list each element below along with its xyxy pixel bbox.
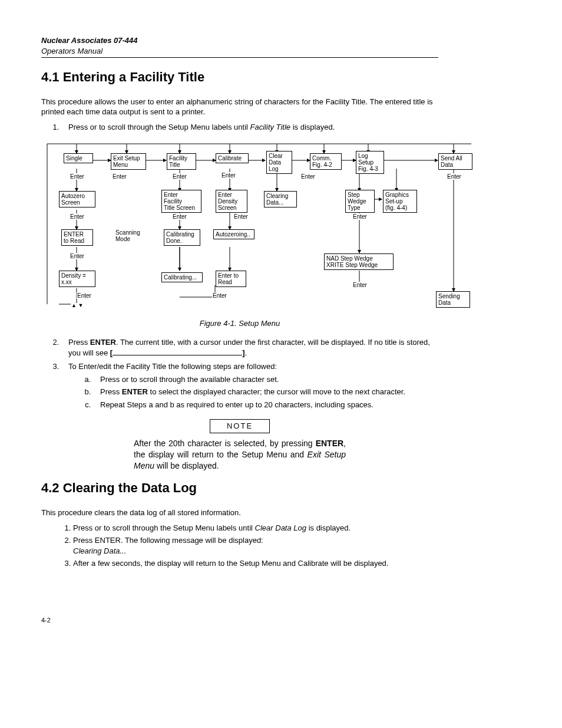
lbl-enter: Enter [300,173,316,180]
s41-step3: To Enter/edit the Facility Title the fol… [61,361,438,410]
box-calibrating-done: Calibrating Done. [164,229,200,246]
lbl-enter: Enter [212,292,227,299]
blank-field [113,349,242,355]
box-enter-to-read-2: Enter to Read [216,271,246,287]
note-text: After the 20th character is selected, by… [134,438,346,472]
section-4-1-heading: 4.1 Entering a Facility Title [41,68,438,86]
lbl-enter: Enter [172,173,187,180]
lbl-enter: Enter [77,292,92,299]
note-label: NOTE [210,419,270,433]
box-clearing-data: Clearing Data... [264,191,297,207]
s41-step3c: Repeat Steps a and b as required to ente… [93,400,438,410]
lbl-enter: Enter [112,173,127,180]
box-step-wedge-type: Step Wedge Type [345,190,375,213]
box-single: Single [64,153,93,163]
box-enter-facility-title-screen: Enter Facility Title Screen [161,190,201,213]
box-enter-to-read: ENTER to Read [61,229,93,246]
s41-step3a: Press or to scroll through the available… [93,374,438,385]
lbl-enter: Enter [221,172,236,179]
box-density-xx: Density = x.xx [59,271,95,287]
lbl-enter: Enter [447,173,462,180]
box-enter-density-screen: Enter Density Screen [216,190,247,213]
lbl-enter: Enter [70,173,85,180]
figure-4-1-setup-menu: Single Exit Setup Menu Facility Title Ca… [41,138,477,315]
box-autozero: Autozero Screen [59,191,95,207]
box-log-setup: Log Setup Fig. 4-3 [356,151,384,174]
lbl-enter: Enter [70,253,85,259]
figure-caption: Figure 4-1. Setup Menu [41,318,438,329]
box-calibrate: Calibrate [216,153,249,163]
box-nad-xrite: NAD Step Wedge XRITE Step Wedge [324,253,394,270]
s41-step2: Press ENTER. The current title, with a c… [61,337,438,358]
section-4-1-intro: This procedure allows the user to enter … [41,97,438,117]
flowchart-lines [41,138,477,315]
updown-icon: ▲ ▼ [71,303,84,309]
header-rule [41,57,438,58]
box-autozeroing: Autozeroing.. [213,229,254,239]
page-number: 4-2 [41,616,438,625]
section-4-2-intro: This procedure clears the data log of al… [41,508,438,518]
lbl-enter: Enter [233,213,249,220]
label-scanning-mode: Scanning Mode [115,229,141,242]
s41-step3b: Press ENTER to select the displayed char… [93,387,438,397]
s42-step2: Press ENTER. The following message will … [73,535,438,556]
clearing-data-msg: Clearing Data... [73,546,126,555]
box-facility-title: Facility Title [167,153,196,170]
box-exit-setup: Exit Setup Menu [111,153,146,170]
box-graphics-setup: Graphics Set-up (fig. 4-4) [383,190,417,213]
header-title: Nuclear Associates 07-444 [41,35,438,46]
s42-step3: After a few seconds, the display will re… [73,558,438,569]
section-4-2-heading: 4.2 Clearing the Data Log [41,479,438,497]
box-clear-data-log: Clear Data Log [266,151,292,174]
box-send-all: Send All Data [438,153,472,170]
box-comm: Comm. Fig. 4-2 [310,153,342,170]
header-subtitle: Operators Manual [41,46,438,57]
s41-step1: Press or to scroll through the Setup Men… [61,122,438,133]
lbl-enter: Enter [352,213,368,220]
lbl-enter: Enter [172,213,187,220]
box-calibrating: Calibrating... [161,272,203,282]
s42-step1: Press or to scroll through the Setup Men… [73,523,438,533]
lbl-enter: Enter [70,213,85,220]
lbl-enter: Enter [352,282,368,288]
box-sending-data: Sending Data [436,291,470,308]
